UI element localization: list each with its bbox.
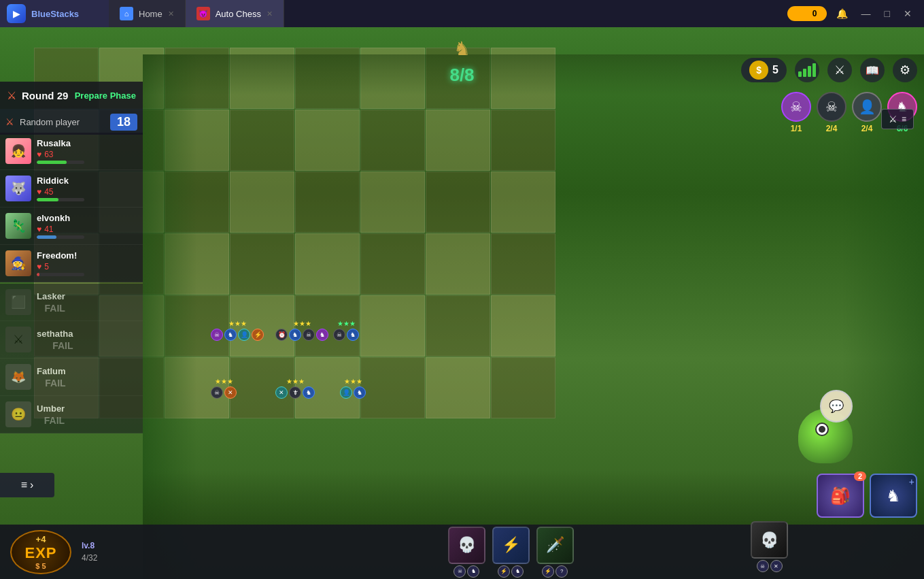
board-cell-0-7[interactable] xyxy=(491,48,555,109)
unit-3-stars: ★★★ xyxy=(215,378,233,385)
eu1-badge1: ☠ xyxy=(757,560,769,572)
elvonkh-hp-bar xyxy=(37,235,56,239)
bottom-unit-2[interactable]: ⚡ ⚡ ♞ xyxy=(492,527,530,578)
unit-4-badge-1: ✕ xyxy=(275,386,288,399)
bottom-unit-3[interactable]: 🗡️ ⚡ ? xyxy=(536,527,574,578)
random-player-row[interactable]: ⚔ Random player 18 xyxy=(0,109,143,135)
unit-6[interactable]: ★★★ ☠ ♞ xyxy=(333,320,359,341)
board-cell-2-3[interactable] xyxy=(230,171,294,233)
notification-bell[interactable]: 🔔 xyxy=(832,7,852,20)
board-cell-3-4[interactable] xyxy=(295,233,360,295)
bottom-unit-1-icon: 💀 xyxy=(448,527,485,564)
bottom-unit-1[interactable]: 💀 ☠ ♞ xyxy=(448,527,485,578)
board-cell-3-3[interactable] xyxy=(230,233,294,295)
game-tab-close[interactable]: ✕ xyxy=(267,10,273,18)
elvonkh-hp-bar-container xyxy=(37,235,84,239)
bu1-badge1: ☠ xyxy=(454,565,466,578)
unit-5[interactable]: ★★★ 👤 ♞ xyxy=(340,378,366,399)
board-cell-2-4[interactable] xyxy=(295,171,360,233)
board-cell-5-6[interactable] xyxy=(426,357,490,418)
player-riddick[interactable]: 🐺 Riddick ♥ 45 xyxy=(0,170,143,208)
synergy-2[interactable]: ☠ 2/4 xyxy=(817,92,846,133)
riddick-avatar: 🐺 xyxy=(5,176,31,201)
board-cell-1-7[interactable] xyxy=(491,110,555,171)
action-icon: ⚔ xyxy=(889,114,897,125)
board-cell-1-2[interactable] xyxy=(165,110,229,171)
board-cell-4-7[interactable] xyxy=(491,295,555,357)
board-cell-1-6[interactable] xyxy=(426,110,490,171)
board-cell-2-2[interactable] xyxy=(165,171,229,233)
board-cell-1-5[interactable] xyxy=(360,110,425,171)
unit-4-badge-2: 🗡 xyxy=(289,386,301,399)
board-cell-2-6[interactable] xyxy=(426,171,490,233)
bottom-right-buttons: 2 🎒 ♞ + xyxy=(817,474,917,518)
maximize-btn[interactable]: □ xyxy=(880,7,894,20)
board-cell-3-7[interactable] xyxy=(491,233,555,295)
chevron-right-icon: › xyxy=(30,479,33,491)
bottom-unit-3-icon: 🗡️ xyxy=(536,527,574,564)
synergy-3[interactable]: 👤 2/4 xyxy=(852,92,882,133)
unit-2[interactable]: ★★★ ⏰ ♞ ☠ ♞ xyxy=(275,320,328,341)
book-icon: 📖 xyxy=(860,58,885,82)
unit-4[interactable]: ★★★ ✕ 🗡 ♞ xyxy=(275,378,315,399)
add-chess-button[interactable]: ♞ + xyxy=(870,474,917,518)
game-tab[interactable]: 😈 Auto Chess ✕ xyxy=(186,0,284,27)
board-cell-3-6[interactable] xyxy=(426,233,490,295)
level-info: lv.8 4/32 xyxy=(82,541,97,563)
minimize-btn[interactable]: — xyxy=(857,7,875,20)
riddick-hp-bar-container xyxy=(37,198,84,201)
board-cell-1-4[interactable] xyxy=(295,110,360,171)
player-fatlum[interactable]: 🦊 Fatlum FAIL xyxy=(0,359,143,396)
unit-1-badge-2: ♞ xyxy=(224,329,237,341)
player-rusalka[interactable]: 👧 Rusalka ♥ 63 xyxy=(0,133,143,170)
board-cell-2-5[interactable] xyxy=(360,171,425,233)
riddick-info: Riddick ♥ 45 xyxy=(37,176,84,201)
umber-name: Umber xyxy=(37,403,65,414)
board-cell-4-6[interactable] xyxy=(426,295,490,357)
expand-sidebar-btn[interactable]: ≡ › xyxy=(0,473,54,497)
close-btn[interactable]: ✕ xyxy=(900,7,916,20)
unit-4-badges: ✕ 🗡 ♞ xyxy=(275,386,315,399)
player-sethatha[interactable]: ⚔ sethatha FAIL xyxy=(0,321,143,359)
board-cell-0-4[interactable] xyxy=(295,48,360,109)
board-cell-5-7[interactable] xyxy=(491,357,555,418)
rusalka-hp-bar-container xyxy=(37,161,84,164)
board-cell-0-3[interactable] xyxy=(230,48,294,109)
round-header: ⚔ Round 29 Prepare Phase xyxy=(0,82,143,109)
unit-3[interactable]: ★★★ ☠ ✕ xyxy=(211,378,237,399)
heart-icon-e: ♥ xyxy=(37,225,41,234)
bag-button[interactable]: 2 🎒 xyxy=(817,474,864,518)
synergy-3-count: 2/4 xyxy=(861,124,873,133)
board-cell-0-2[interactable] xyxy=(165,48,229,109)
window-controls: ● 0 🔔 — □ ✕ xyxy=(787,6,924,21)
board-cell-1-3[interactable] xyxy=(230,110,294,171)
game-tab-icon: 😈 xyxy=(196,7,210,20)
synergy-1[interactable]: ☠ 1/1 xyxy=(781,92,811,133)
enemy-unit-1[interactable]: 💀 ☠ ✕ xyxy=(751,521,788,572)
exp-plus: +4 xyxy=(36,534,46,544)
umber-fail: FAIL xyxy=(44,415,65,426)
player-umber[interactable]: 😐 Umber FAIL xyxy=(0,396,143,433)
home-tab-close[interactable]: ✕ xyxy=(168,10,174,18)
board-cell-5-5[interactable] xyxy=(360,357,425,418)
exp-button[interactable]: +4 EXP $ 5 xyxy=(10,530,71,574)
home-tab[interactable]: ⌂ Home ✕ xyxy=(109,0,186,27)
player-elvonkh[interactable]: 🦎 elvonkh ♥ 41 xyxy=(0,208,143,245)
rusalka-hp: ♥ 63 xyxy=(37,150,84,159)
home-tab-icon: ⌂ xyxy=(120,7,133,20)
elvonkh-hp-value: 41 xyxy=(44,225,53,234)
player-freedom[interactable]: 🧙 Freedom! ♥ 5 xyxy=(0,245,143,282)
board-cell-0-5[interactable] xyxy=(360,48,425,109)
elvonkh-name: elvonkh xyxy=(37,213,84,223)
umber-info: Umber FAIL xyxy=(37,403,65,426)
player-lasker[interactable]: ⬛ Lasker FAIL xyxy=(0,284,143,321)
board-cell-4-5[interactable] xyxy=(360,295,425,357)
board-cell-2-7[interactable] xyxy=(491,171,555,233)
gear-icon[interactable]: ⚙ xyxy=(893,58,917,82)
board-cell-3-5[interactable] xyxy=(360,233,425,295)
synergy-2-count: 2/4 xyxy=(826,124,838,133)
unit-1[interactable]: ★★★ ☠ ♞ 👤 ⚡ xyxy=(211,320,264,341)
action-btn[interactable]: ⚔ ≡ xyxy=(881,109,914,129)
menu-icon: ≡ xyxy=(21,479,27,491)
board-cell-3-2[interactable] xyxy=(165,233,229,295)
